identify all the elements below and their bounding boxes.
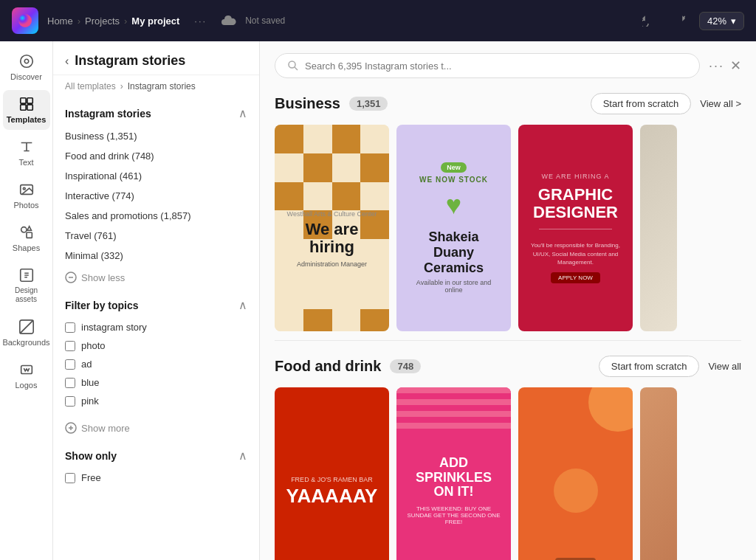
sidebar-item-backgrounds[interactable]: Backgrounds <box>3 313 50 353</box>
biz2-sub: Available in our store and online <box>408 279 499 294</box>
svg-rect-4 <box>27 98 32 103</box>
topic-blue[interactable]: blue <box>65 373 247 392</box>
template-card-food3[interactable]: New Recipe Josh Will Cook <box>518 387 633 560</box>
zoom-control[interactable]: 42% ▾ <box>699 12 744 30</box>
plus-circle-icon <box>65 422 77 434</box>
template-card-food2[interactable]: ADD SPRINKLES ON IT! THIS WEEKEND: BUY O… <box>396 387 511 560</box>
topics-collapse-icon: ∧ <box>238 298 247 312</box>
topic-photo-checkbox[interactable] <box>65 341 75 351</box>
undo-button[interactable] <box>637 10 659 32</box>
topbar: Home › Projects › My project ··· Not sav… <box>0 0 756 41</box>
template-card-biz3[interactable]: WE ARE HIRING A GRAPHIC DESIGNER You'll … <box>518 125 633 331</box>
search-more-options[interactable]: ··· <box>709 58 724 74</box>
template-card-food4[interactable] <box>640 387 677 560</box>
sidebar-item-design-assets[interactable]: Design assets <box>3 261 50 310</box>
breadcrumb-home[interactable]: Home <box>47 15 73 27</box>
checkerboard-pattern <box>275 125 389 169</box>
show-only-collapse-icon: ∧ <box>238 449 247 463</box>
breadcrumb-panel-current: Instagram stories <box>128 81 196 91</box>
business-start-scratch-button[interactable]: Start from scratch <box>591 93 692 114</box>
filter-free-checkbox[interactable] <box>65 473 75 483</box>
redo-button[interactable] <box>668 10 690 32</box>
template-card-biz1[interactable]: Westhall Arts & Culture Center We are hi… <box>275 125 389 331</box>
show-less-button[interactable]: Show less <box>53 266 259 289</box>
sidebar-item-photos[interactable]: Photos <box>3 176 50 215</box>
food-section-row: Food and drink 748 Start from scratch Vi… <box>275 356 741 377</box>
topic-pink[interactable]: pink <box>65 392 247 410</box>
show-more-button[interactable]: Show more <box>53 416 259 440</box>
sidebar-item-templates[interactable]: Templates <box>3 90 50 130</box>
business-template-grid: Westhall Arts & Culture Center We are hi… <box>275 125 741 334</box>
search-input[interactable] <box>305 61 687 72</box>
zoom-chevron-icon: ▾ <box>731 15 736 27</box>
breadcrumb-panel-sep: › <box>120 81 123 91</box>
svg-rect-6 <box>27 105 32 110</box>
food4-preview <box>640 387 677 560</box>
filter-travel[interactable]: Travel (761) <box>65 226 247 246</box>
checkerboard-bottom <box>275 309 389 331</box>
filter-inspirational[interactable]: Inspirational (461) <box>65 166 247 186</box>
show-only-title: Show only <box>65 450 117 462</box>
sidebar-item-logos[interactable]: Logos <box>3 356 50 395</box>
search-bar-actions: ··· ✕ <box>709 58 741 74</box>
heart-symbol: ♥ <box>446 190 461 221</box>
template-card-biz2[interactable]: New WE NOW STOCK ♥ Shakeia Duany Ceramic… <box>396 125 511 331</box>
topic-pink-checkbox[interactable] <box>65 396 75 407</box>
templates-panel: ‹ Instagram stories All templates › Inst… <box>53 41 260 560</box>
business-actions: Start from scratch View all > <box>591 93 741 114</box>
breadcrumb-all-templates[interactable]: All templates <box>65 81 116 91</box>
discover-icon <box>18 53 35 69</box>
business-view-all-link[interactable]: View all > <box>700 98 741 109</box>
food2-sub: THIS WEEKEND: BUY ONE SUNDAE GET THE SEC… <box>405 505 502 525</box>
photos-icon <box>18 182 35 198</box>
breadcrumb-sep2: › <box>124 15 127 27</box>
categories-title: Instagram stories <box>65 108 151 120</box>
filter-minimal[interactable]: Minimal (332) <box>65 246 247 266</box>
biz2-text: WE NOW STOCK <box>419 176 488 184</box>
more-options-button[interactable]: ··· <box>194 15 207 27</box>
search-close-button[interactable]: ✕ <box>730 58 741 74</box>
food-template-grid: FRED & JO'S RAMEN BAR YAAAAAY ADD SPRINK… <box>275 387 741 560</box>
topic-instagram-story-checkbox[interactable] <box>65 322 75 333</box>
food1-content: FRED & JO'S RAMEN BAR YAAAAAY <box>286 476 378 505</box>
business-section: Business 1,351 Start from scratch View a… <box>260 78 756 340</box>
svg-rect-5 <box>20 105 25 110</box>
sidebar-item-shapes[interactable]: Shapes <box>3 218 50 258</box>
biz2-badge: New <box>441 162 467 173</box>
topic-ad-checkbox[interactable] <box>65 359 75 370</box>
template-card-food1[interactable]: FRED & JO'S RAMEN BAR YAAAAAY <box>275 387 389 560</box>
sidebar-icons: Discover Templates Text Photos Shapes De… <box>0 41 53 560</box>
text-icon <box>18 139 35 155</box>
filter-food-drink[interactable]: Food and drink (748) <box>65 146 247 166</box>
sidebar-item-discover[interactable]: Discover <box>3 47 50 87</box>
back-button[interactable]: ‹ <box>65 55 69 68</box>
topic-photo[interactable]: photo <box>65 336 247 355</box>
breadcrumb-projects[interactable]: Projects <box>85 15 120 27</box>
svg-line-13 <box>19 320 32 333</box>
minus-circle-icon <box>65 272 77 283</box>
sidebar-label-backgrounds: Backgrounds <box>2 338 49 347</box>
food-start-scratch-button[interactable]: Start from scratch <box>599 356 700 377</box>
app-logo[interactable] <box>12 7 38 34</box>
filter-interactive[interactable]: Interactive (774) <box>65 186 247 206</box>
instagram-stories-section-header[interactable]: Instagram stories ∧ <box>53 97 259 126</box>
section-collapse-icon: ∧ <box>238 106 247 120</box>
biz3-cta: APPLY NOW <box>551 272 600 283</box>
filter-free[interactable]: Free <box>65 469 247 487</box>
svg-point-8 <box>23 187 25 190</box>
topic-ad[interactable]: ad <box>65 355 247 373</box>
show-only-header[interactable]: Show only ∧ <box>53 440 259 469</box>
template-card-biz4[interactable] <box>640 125 677 331</box>
filter-business[interactable]: Business (1,351) <box>65 126 247 146</box>
topic-instagram-story[interactable]: instagram story <box>65 318 247 336</box>
filter-sales[interactable]: Sales and promotions (1,857) <box>65 206 247 226</box>
biz3-pre: WE ARE HIRING A <box>541 173 609 180</box>
cloud-icon <box>221 15 236 27</box>
logos-icon <box>18 362 35 378</box>
sidebar-label-text: Text <box>18 158 33 167</box>
sidebar-item-text[interactable]: Text <box>3 133 50 173</box>
filter-topics-header[interactable]: Filter by topics ∧ <box>53 289 259 318</box>
topic-blue-checkbox[interactable] <box>65 378 75 388</box>
food-view-all-link[interactable]: View all <box>708 361 741 372</box>
sidebar-label-photos: Photos <box>13 201 38 210</box>
